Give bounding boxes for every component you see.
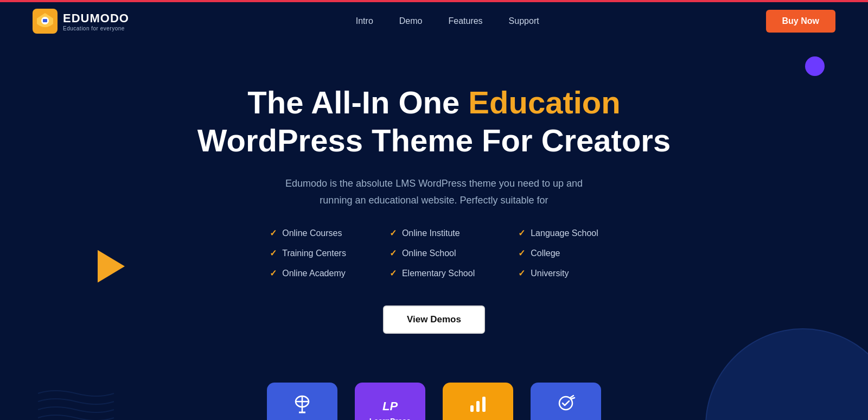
play-triangle-decoration	[98, 250, 125, 284]
buy-now-button[interactable]: Buy Now	[766, 10, 835, 33]
learnpress-label-light: Press	[390, 417, 411, 420]
lms-card-learnpress: LP LearnPress	[355, 383, 425, 420]
feature-online-school: ✓ Online School	[390, 248, 475, 258]
logo-name: EDUMODO	[63, 11, 129, 26]
features-grid: ✓ Online Courses ✓ Training Centers ✓ On…	[0, 228, 868, 278]
features-col-2: ✓ Online Institute ✓ Online School ✓ Ele…	[390, 228, 475, 278]
feature-university: ✓ University	[518, 268, 598, 278]
feature-label-2: Training Centers	[282, 249, 346, 258]
purple-circle-decoration	[805, 56, 825, 76]
feature-college: ✓ College	[518, 248, 598, 258]
svg-rect-9	[482, 397, 486, 412]
lifterlms-icon	[555, 393, 577, 419]
feature-online-institute: ✓ Online Institute	[390, 228, 475, 238]
nav-intro[interactable]: Intro	[356, 16, 373, 26]
check-icon-2: ✓	[270, 248, 277, 258]
learnpress-label: LearnPress	[369, 417, 411, 420]
nav-demo[interactable]: Demo	[399, 16, 423, 26]
feature-label-6: Elementary School	[402, 269, 475, 278]
check-icon-5: ✓	[390, 248, 397, 258]
check-icon-4: ✓	[390, 228, 397, 238]
feature-online-courses: ✓ Online Courses	[270, 228, 346, 238]
logo: EDUMODO Education for everyone	[33, 9, 129, 34]
lms-card-learndash: LearnDash	[443, 383, 513, 420]
check-icon-3: ✓	[270, 268, 277, 278]
view-demos-button[interactable]: View Demos	[383, 306, 485, 334]
svg-rect-7	[470, 405, 474, 412]
learndash-icon	[468, 394, 488, 418]
hero-section: The All-In One Education WordPress Theme…	[0, 40, 868, 420]
check-icon-9: ✓	[518, 268, 525, 278]
logo-text: EDUMODO Education for everyone	[63, 11, 129, 31]
nav-support[interactable]: Support	[509, 16, 539, 26]
hero-description: Edumodo is the absolute LMS WordPress th…	[277, 175, 591, 208]
nav-features[interactable]: Features	[448, 16, 482, 26]
learnpress-label-bold: Learn	[369, 417, 390, 420]
check-icon-8: ✓	[518, 248, 525, 258]
check-icon-7: ✓	[518, 228, 525, 238]
logo-tagline: Education for everyone	[63, 26, 129, 31]
feature-language-school: ✓ Language School	[518, 228, 598, 238]
features-col-3: ✓ Language School ✓ College ✓ University	[518, 228, 598, 278]
features-col-1: ✓ Online Courses ✓ Training Centers ✓ On…	[270, 228, 346, 278]
tutor-icon	[291, 393, 313, 419]
feature-label-7: Language School	[531, 228, 598, 238]
logo-icon	[33, 9, 58, 34]
feature-label-4: Online Institute	[402, 228, 460, 238]
svg-rect-2	[43, 19, 47, 22]
feature-label-8: College	[531, 249, 560, 258]
header: EDUMODO Education for everyone Intro Dem…	[0, 2, 868, 40]
lms-card-tutor: tutor LMS	[267, 383, 337, 420]
lms-card-lifterlms: LifterLMS	[531, 383, 601, 420]
headline-text-part2: WordPress Theme For Creators	[197, 123, 671, 158]
feature-label-1: Online Courses	[282, 228, 342, 238]
headline-highlight: Education	[468, 85, 620, 120]
svg-rect-8	[476, 401, 480, 412]
feature-label-5: Online School	[402, 249, 456, 258]
feature-label-9: University	[531, 269, 569, 278]
check-icon-6: ✓	[390, 268, 397, 278]
svg-marker-3	[98, 250, 125, 282]
feature-label-3: Online Academy	[282, 269, 346, 278]
feature-elementary-school: ✓ Elementary School	[390, 268, 475, 278]
hero-headline: The All-In One Education WordPress Theme…	[0, 84, 868, 159]
blue-circle-decoration	[705, 328, 868, 420]
headline-text-part1: The All-In One	[247, 85, 468, 120]
feature-online-academy: ✓ Online Academy	[270, 268, 346, 278]
svg-point-10	[559, 397, 572, 410]
main-nav: Intro Demo Features Support	[356, 16, 539, 26]
check-icon-1: ✓	[270, 228, 277, 238]
feature-training-centers: ✓ Training Centers	[270, 248, 346, 258]
wavy-lines-decoration	[33, 383, 119, 420]
learnpress-icon: LP	[382, 399, 398, 413]
